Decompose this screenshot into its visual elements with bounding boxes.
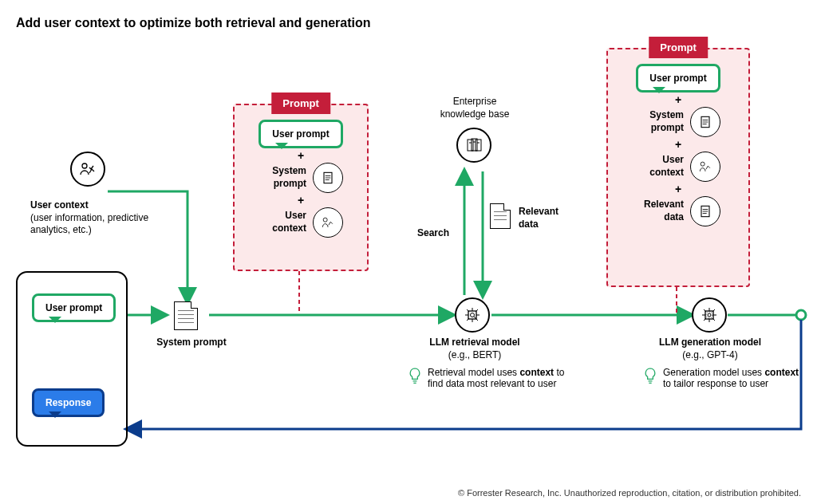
retrieval-chip-icon	[455, 297, 490, 333]
user-prompt-bubble: User prompt	[32, 293, 116, 322]
panel2-system-prompt-label: System prompt	[636, 109, 684, 134]
svg-rect-8	[472, 139, 477, 151]
prompt-panel-1-tag: Prompt	[271, 93, 330, 114]
panel1-system-prompt-label: System prompt	[259, 165, 306, 190]
user-context-icon	[70, 152, 105, 187]
generation-name: LLM generation model	[659, 337, 761, 348]
prompt-panel-1: Prompt User prompt + System prompt + Use…	[233, 104, 369, 271]
lightbulb-icon	[407, 367, 423, 386]
svg-point-37	[706, 312, 712, 318]
generation-chip-icon	[692, 297, 727, 333]
generation-sub: (e.g., GPT-4)	[682, 349, 737, 360]
page-title: Add user context to optimize both retrie…	[16, 16, 371, 30]
response-bubble: Response	[32, 388, 105, 417]
panel1-user-prompt: User prompt	[259, 120, 342, 148]
plus-icon: +	[675, 94, 681, 105]
analytics-icon	[690, 152, 720, 182]
user-device-box: User prompt Response	[16, 271, 128, 447]
retrieval-sub: (e.g., BERT)	[448, 349, 501, 360]
svg-line-15	[474, 317, 476, 318]
copyright-notice: © Forrester Research, Inc. Unauthorized …	[458, 488, 801, 498]
user-context-sub: (user information, predictive analytics,…	[30, 212, 148, 236]
ekb-label: Enterprise knowledge base	[431, 96, 519, 120]
generation-note: Generation model uses context to tailor …	[642, 367, 802, 389]
search-label: Search	[417, 227, 449, 240]
plus-icon: +	[675, 183, 681, 195]
plus-icon: +	[298, 150, 304, 161]
svg-point-0	[796, 310, 806, 320]
plus-icon: +	[298, 195, 304, 206]
generation-label: LLM generation model (e.g., GPT-4)	[638, 337, 782, 361]
document-icon	[690, 196, 720, 226]
retrieval-note: Retrieval model uses context to find dat…	[407, 367, 566, 389]
analytics-icon	[313, 207, 343, 238]
prompt-panel-2-tag: Prompt	[649, 37, 708, 58]
svg-rect-9	[476, 140, 481, 151]
relevant-data-label: Relevant data	[519, 206, 574, 230]
retrieval-label: LLM retrieval model (e.g., BERT)	[407, 337, 543, 361]
retrieval-name: LLM retrieval model	[429, 337, 519, 348]
panel2-relevant-data-label: Relevant data	[636, 199, 684, 223]
svg-point-6	[323, 218, 327, 222]
prompt-panel-2: Prompt User prompt + System prompt + Use…	[606, 48, 750, 287]
panel1-user-context-label: User context	[259, 210, 306, 234]
relevant-data-doc-icon	[490, 203, 511, 229]
plus-icon: +	[675, 139, 681, 150]
svg-point-36	[708, 313, 711, 317]
svg-point-1	[82, 163, 87, 168]
panel2-user-prompt: User prompt	[636, 64, 720, 93]
user-context-label: User context (user information, predicti…	[30, 199, 150, 237]
panel2-user-context-label: User context	[636, 154, 684, 179]
ekb-icon	[456, 128, 491, 163]
system-prompt-icon	[174, 301, 198, 330]
system-prompt-label: System prompt	[148, 337, 235, 349]
svg-point-30	[701, 162, 705, 166]
svg-rect-7	[468, 140, 473, 151]
svg-point-14	[471, 313, 475, 317]
lightbulb-icon	[642, 367, 658, 386]
document-icon	[313, 163, 343, 193]
user-context-heading: User context	[30, 199, 89, 211]
document-icon	[690, 107, 720, 137]
